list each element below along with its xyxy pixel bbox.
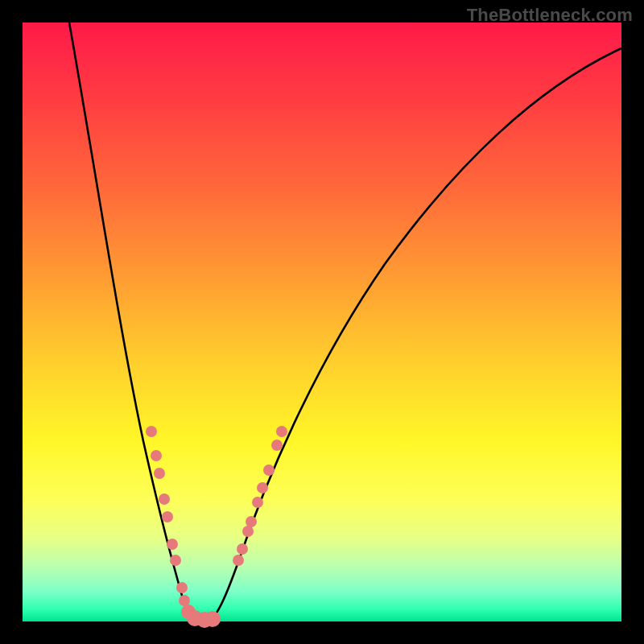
data-marker [154, 468, 165, 479]
data-marker [271, 440, 283, 451]
data-marker [146, 426, 157, 437]
right-curve [209, 48, 621, 621]
data-marker [276, 426, 287, 437]
left-curve [69, 23, 196, 621]
data-marker [237, 543, 248, 555]
data-marker [170, 555, 181, 566]
marker-group [146, 426, 287, 628]
data-marker [179, 595, 190, 606]
data-marker [204, 611, 221, 627]
data-marker [176, 582, 188, 593]
data-marker [162, 511, 173, 522]
data-marker [242, 526, 254, 537]
chart-svg [23, 23, 621, 621]
data-marker [263, 464, 275, 476]
data-marker [252, 497, 263, 508]
curve-group [69, 23, 621, 621]
data-marker [233, 555, 244, 566]
data-marker [167, 539, 178, 550]
data-marker [159, 493, 170, 505]
data-marker [151, 450, 162, 461]
data-marker [246, 516, 257, 527]
data-marker [257, 482, 268, 493]
